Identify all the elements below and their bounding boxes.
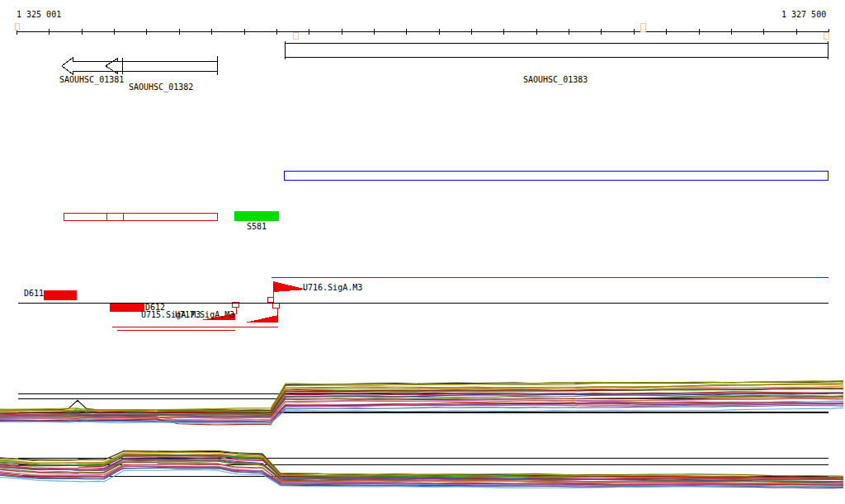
s581-box[interactable] [234,211,279,221]
gene-label-saouhsc-01382: SAOUHSC_01382 [129,83,193,92]
ruler [16,24,829,40]
transcript-bar-blue[interactable] [285,172,828,181]
ruler-selection-marker[interactable] [16,24,20,31]
browser-canvas[interactable] [0,0,845,504]
ruler-selection-marker[interactable] [294,33,299,40]
gene-box-01383[interactable] [286,44,828,58]
tss-label-u717-siga-m3: U717.SigA.M3 [175,311,234,319]
genome-browser-window: 1 325 001 1 327 500 SAOUHSC_01381 SAOUHS… [0,0,845,504]
d611-box[interactable] [44,290,77,300]
tss-square-u716-a[interactable] [268,298,274,303]
ruler-start-coordinate: 1 325 001 [17,11,61,19]
ruler-selection-marker[interactable] [641,24,646,32]
tss-square-u716-b[interactable] [273,304,280,309]
d612-box[interactable] [110,304,144,312]
tss-label-u716-siga-m3: U716.SigA.M3 [303,284,362,292]
feature-label-s581: S581 [247,223,267,231]
ruler-end-coordinate: 1 327 500 [781,11,826,19]
gene-label-saouhsc-01383: SAOUHSC_01383 [523,76,588,84]
operon-segmented-box[interactable] [64,214,218,221]
expression-panel-plus-traces [0,380,843,425]
u716-promoter-wedge[interactable] [273,281,307,292]
gene-arrow-01381[interactable] [62,58,122,74]
expression-panel-minus-traces [0,450,843,488]
u715-promoter-wedge[interactable] [245,315,278,323]
tss-label-d611: D611 [24,290,44,298]
ruler-selection-marker[interactable] [824,33,829,40]
gene-label-saouhsc-01381: SAOUHSC_01381 [59,76,124,84]
